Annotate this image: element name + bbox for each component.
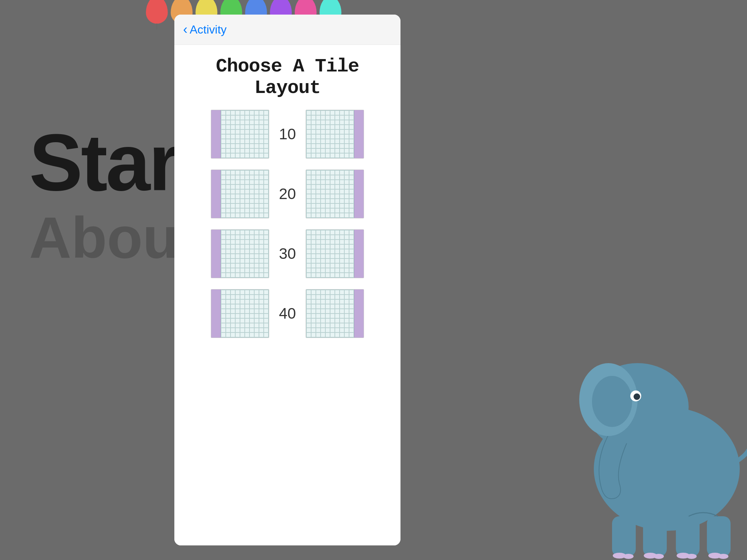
grid-cell — [264, 323, 268, 328]
grid-cell — [311, 139, 316, 144]
grid-cell — [340, 230, 344, 235]
grid-cell — [340, 199, 344, 203]
balloon-0 — [146, 0, 168, 24]
grid-cell — [221, 249, 226, 254]
grid-cell — [231, 144, 235, 148]
grid-cell — [226, 295, 231, 299]
grid-cell — [259, 235, 264, 240]
grid-cell — [249, 184, 254, 189]
grid-cell — [344, 153, 349, 158]
grid-cell — [245, 273, 249, 277]
left-tile-10[interactable] — [211, 110, 269, 159]
grid-cell — [259, 295, 264, 299]
right-tile-20[interactable] — [306, 170, 364, 218]
grid-cell — [235, 299, 240, 304]
grid-cell — [259, 254, 264, 258]
grid-cell — [231, 180, 235, 184]
grid-cell — [340, 299, 344, 304]
grid-cell — [226, 203, 231, 208]
grid-cell — [306, 115, 311, 120]
grid-cell — [259, 208, 264, 213]
grid-cell — [226, 115, 231, 120]
grid-cell — [264, 299, 268, 304]
grid-cell — [349, 129, 354, 134]
grid-cell — [240, 304, 245, 309]
grid-cell — [221, 254, 226, 258]
grid-cell — [254, 323, 259, 328]
grid-cell — [316, 235, 321, 240]
grid-cell — [259, 309, 264, 314]
chevron-left-icon: ‹ — [183, 22, 187, 37]
grid-cell — [344, 235, 349, 240]
grid-cell — [325, 332, 330, 337]
grid-cell — [226, 194, 231, 199]
grid-cell — [240, 273, 245, 277]
grid-cell — [306, 258, 311, 263]
grid-cell — [325, 254, 330, 258]
grid-cell — [316, 299, 321, 304]
grid-cell — [349, 258, 354, 263]
grid-cell — [221, 309, 226, 314]
grid-cell — [245, 208, 249, 213]
grid-cell — [221, 184, 226, 189]
grid-cell — [221, 175, 226, 180]
grid-cell — [221, 263, 226, 268]
left-tile-30[interactable] — [211, 229, 269, 278]
grid-cell — [321, 153, 325, 158]
grid-cell — [259, 175, 264, 180]
grid-cell — [259, 189, 264, 194]
layout-row-40: 40 — [189, 289, 386, 338]
right-tile-10[interactable] — [306, 110, 364, 159]
grid-cell — [259, 318, 264, 323]
grid-cell — [349, 184, 354, 189]
grid-cell — [240, 170, 245, 175]
grid-cell — [264, 194, 268, 199]
grid-cell — [231, 318, 235, 323]
grid-cell — [340, 110, 344, 115]
grid-cell — [344, 139, 349, 144]
grid-cell — [221, 318, 226, 323]
grid-cell — [259, 134, 264, 139]
grid-cell — [311, 240, 316, 244]
grid-cell — [249, 244, 254, 249]
grid-cell — [264, 144, 268, 148]
left-tile-40[interactable] — [211, 289, 269, 338]
back-button[interactable]: ‹ Activity — [183, 22, 227, 37]
grid-cell — [330, 213, 335, 218]
right-tile-40[interactable] — [306, 289, 364, 338]
grid-cell — [221, 299, 226, 304]
grid-cell — [344, 115, 349, 120]
grid-cell — [335, 120, 340, 125]
grid-cell — [344, 134, 349, 139]
grid-cell — [235, 332, 240, 337]
grid-cell — [316, 208, 321, 213]
grid-cell — [316, 304, 321, 309]
grid-cell — [340, 148, 344, 153]
grid-cell — [235, 290, 240, 295]
grid-cell — [330, 268, 335, 273]
grid-cell — [316, 144, 321, 148]
grid-cell — [344, 273, 349, 277]
grid-cell — [335, 115, 340, 120]
grid-cell — [316, 213, 321, 218]
grid-cell — [321, 213, 325, 218]
grid-cell — [245, 110, 249, 115]
grid-cell — [325, 120, 330, 125]
grid-cell — [235, 189, 240, 194]
grid-cell — [226, 309, 231, 314]
grid-cell — [306, 240, 311, 244]
grid-cell — [249, 323, 254, 328]
grid-cell — [321, 125, 325, 129]
grid-cell — [344, 328, 349, 332]
grid-cell — [226, 144, 231, 148]
grid-cell — [259, 170, 264, 175]
back-label: Activity — [190, 23, 227, 36]
grid-cell — [311, 258, 316, 263]
grid-cell — [335, 263, 340, 268]
grid-cell — [264, 304, 268, 309]
left-tile-20[interactable] — [211, 170, 269, 218]
grid-cell — [344, 144, 349, 148]
grid-cell — [240, 115, 245, 120]
right-tile-30[interactable] — [306, 229, 364, 278]
grid-cell — [259, 110, 264, 115]
